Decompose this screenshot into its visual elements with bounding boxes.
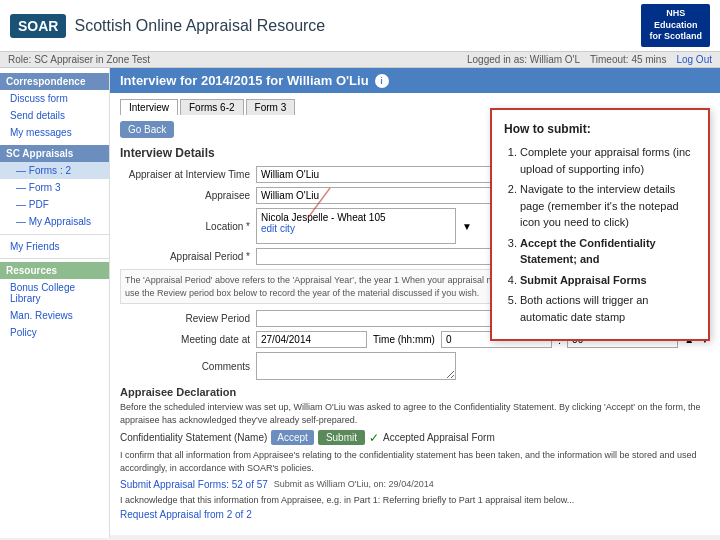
sidebar-item-pdf[interactable]: — PDF — [0, 196, 109, 213]
appraiser-label: Appraiser at Interview Time — [120, 169, 250, 180]
tooltip-title: How to submit: — [504, 120, 696, 138]
logout-link[interactable]: Log Out — [676, 54, 712, 65]
tooltip-step-3: Accept the Confidentiality Statement; an… — [520, 235, 696, 268]
review-period-label: Review Period — [120, 313, 250, 324]
location-value2: edit city — [261, 223, 451, 234]
comments-input[interactable] — [256, 352, 456, 380]
correspondence-title: Correspondence — [0, 73, 109, 90]
sidebar-item-discuss[interactable]: Discuss form — [0, 90, 109, 107]
submit-appraisal-row: Submit Appraisal Forms: 52 of 57 Submit … — [120, 479, 710, 490]
appraisee-label: Appraisee — [120, 190, 250, 201]
time-label: Time (hh:mm) — [373, 334, 435, 345]
submit-button[interactable]: Submit — [318, 430, 365, 445]
role-value: SC Appraiser in Zone Test — [34, 54, 150, 65]
correspondence-section: Correspondence Discuss form Send details… — [0, 73, 109, 141]
sidebar-item-library[interactable]: Bonus College Library — [0, 279, 109, 307]
main-layout: Correspondence Discuss form Send details… — [0, 68, 720, 538]
content-area: Interview for 2014/2015 for William O'Li… — [110, 68, 720, 538]
declaration-text1: Before the scheduled interview was set u… — [120, 401, 710, 426]
sidebar-item-my-appraisals[interactable]: — My Appraisals — [0, 213, 109, 230]
soar-logo: SOAR — [10, 14, 66, 38]
submit-appraisal-label: Submit Appraisal Forms: 52 of 57 — [120, 479, 268, 490]
tooltip-step-4: Submit Appraisal Forms — [520, 272, 696, 289]
appraisals-section: SC Appraisals — Forms : 2 — Form 3 — PDF… — [0, 145, 109, 230]
role-label: Role: — [8, 54, 31, 65]
submit-name: Submit as William O'Liu, on: 29/04/2014 — [274, 479, 434, 489]
tab-interview[interactable]: Interview — [120, 99, 178, 115]
conf-label: Confidentiality Statement (Name) — [120, 432, 267, 443]
tooltip-step-2: Navigate to the interview details page (… — [520, 181, 696, 231]
sidebar-divider — [0, 234, 109, 235]
role-bar-right: Logged in as: William O'L Timeout: 45 mi… — [467, 54, 712, 65]
meeting-date-label: Meeting date at — [120, 334, 250, 345]
resources-section: Resources Bonus College Library Man. Rev… — [0, 262, 109, 341]
page-title: Interview for 2014/2015 for William O'Li… — [120, 73, 369, 88]
accept-button[interactable]: Accept — [271, 430, 314, 445]
sidebar-item-form3[interactable]: — Form 3 — [0, 179, 109, 196]
resources-title: Resources — [0, 262, 109, 279]
accepted-label: Accepted Appraisal Form — [383, 432, 495, 443]
tooltip-step-1: Complete your appraisal forms (inc uploa… — [520, 144, 696, 177]
tab-form3[interactable]: Form 3 — [246, 99, 296, 115]
location-dropdown-icon[interactable]: ▼ — [462, 221, 472, 232]
logged-in-text: Logged in as: William O'L — [467, 54, 580, 65]
header-title: Scottish Online Appraisal Resource — [74, 17, 325, 35]
timeout-text: Timeout: 45 mins — [590, 54, 666, 65]
role-bar: Role: SC Appraiser in Zone Test Logged i… — [0, 52, 720, 68]
sidebar-item-send[interactable]: Send details — [0, 107, 109, 124]
location-label: Location * — [120, 221, 250, 232]
comments-label: Comments — [120, 361, 250, 372]
request-appraisal-link[interactable]: Request Appraisal from 2 of 2 — [120, 509, 710, 520]
role-info: Role: SC Appraiser in Zone Test — [8, 54, 150, 65]
comments-row: Comments — [120, 352, 710, 380]
location-box: Nicola Jespelle - Wheat 105 edit city — [256, 208, 456, 244]
appraisals-title: SC Appraisals — [0, 145, 109, 162]
appraisal-period-label: Appraisal Period * — [120, 251, 250, 262]
sidebar-item-policy[interactable]: Policy — [0, 324, 109, 341]
location-value: Nicola Jespelle - Wheat 105 — [261, 212, 451, 223]
sidebar-item-messages[interactable]: My messages — [0, 124, 109, 141]
header-left: SOAR Scottish Online Appraisal Resource — [10, 14, 325, 38]
tab-forms62[interactable]: Forms 6-2 — [180, 99, 244, 115]
bottom-note: I acknowledge that this information from… — [120, 494, 710, 507]
sidebar-item-forms2[interactable]: — Forms : 2 — [0, 162, 109, 179]
confidentiality-row: Confidentiality Statement (Name) Accept … — [120, 430, 710, 445]
nhs-logo: NHS Education for Scotland — [641, 4, 710, 47]
sidebar-item-reviews[interactable]: Man. Reviews — [0, 307, 109, 324]
tooltip-steps: Complete your appraisal forms (inc uploa… — [504, 144, 696, 325]
back-button[interactable]: Go Back — [120, 121, 174, 138]
sidebar-item-friends[interactable]: My Friends — [0, 238, 109, 255]
tooltip-step-5: Both actions will trigger an automatic d… — [520, 292, 696, 325]
tooltip-box: How to submit: Complete your appraisal f… — [490, 108, 710, 341]
info-icon[interactable]: i — [375, 74, 389, 88]
page-header: Interview for 2014/2015 for William O'Li… — [110, 68, 720, 93]
sidebar-divider2 — [0, 258, 109, 259]
declaration-title: Appraisee Declaration — [120, 386, 710, 398]
accepted-check-icon: ✓ — [369, 431, 379, 445]
meeting-date-input[interactable] — [256, 331, 367, 348]
declaration-text2: I confirm that all information from Appr… — [120, 449, 710, 474]
header: SOAR Scottish Online Appraisal Resource … — [0, 0, 720, 52]
sidebar: Correspondence Discuss form Send details… — [0, 68, 110, 538]
